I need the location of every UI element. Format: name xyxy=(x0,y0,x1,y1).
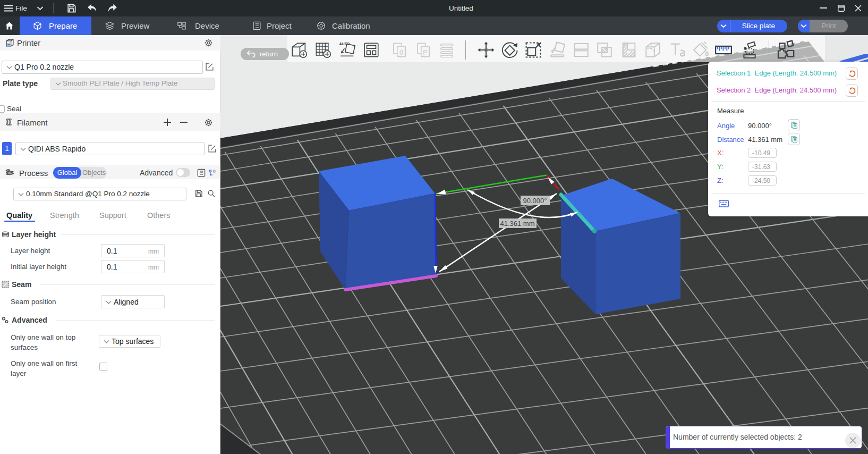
svg-text:90.000°: 90.000° xyxy=(523,197,547,205)
svg-text:0: 0 xyxy=(399,48,403,56)
svg-text:AUTO: AUTO xyxy=(339,42,350,46)
svg-text:P: P xyxy=(423,48,428,56)
svg-text:41.361 mm: 41.361 mm xyxy=(500,220,534,228)
